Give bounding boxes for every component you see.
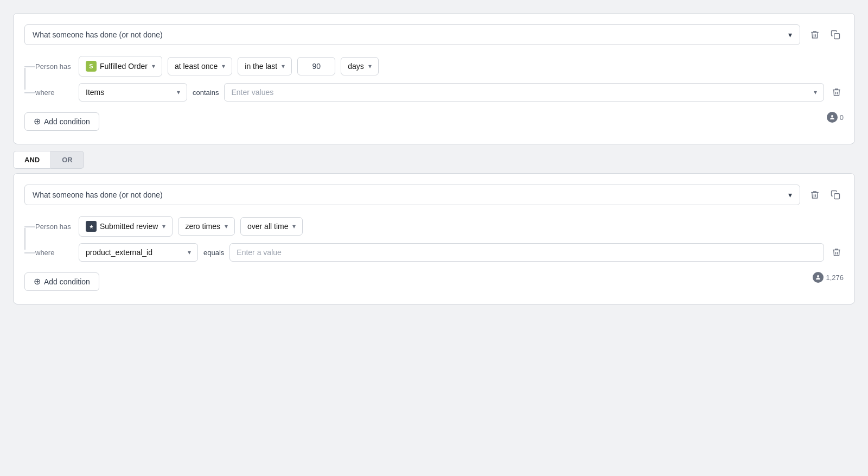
block-2-count-label: 1,276 [826,274,844,282]
block-2-frequency-chevron: ▾ [225,223,228,230]
or-button[interactable]: OR [51,151,84,169]
block-1-values-dropdown[interactable]: Enter values ▾ [224,83,824,101]
block-2-frequency-dropdown[interactable]: zero times ▾ [178,217,235,236]
block-1-where-row: where Items ▾ contains Enter values ▾ [35,83,844,101]
block-1-event-type-chevron [788,30,792,39]
block-1-event-label: Fulfilled Order [100,62,148,71]
block-2-timeframe-dropdown[interactable]: over all time ▾ [240,217,303,236]
block-2-where-field-dropdown[interactable]: product_external_id ▾ [79,243,198,262]
shopify-icon: S [86,61,97,72]
block-1-header: What someone has done (or not done) [24,24,844,45]
block-1-user-icon [827,112,838,123]
block-2-value-input[interactable] [229,243,824,262]
block-2-where-delete-button[interactable] [829,245,844,259]
block-2-event-type-dropdown[interactable]: What someone has done (or not done) [24,185,800,205]
block-1-where-field-label: Items [86,88,104,97]
svg-rect-2 [834,194,840,199]
block-2-timeframe-label: over all time [247,222,288,231]
svg-point-1 [831,115,833,117]
block-2-copy-button[interactable] [827,187,844,203]
block-2-event-dropdown[interactable]: ★ Submitted review ▾ [79,216,173,237]
review-icon: ★ [86,221,97,232]
svg-point-3 [817,275,819,277]
block-1-operator-label: contains [193,88,219,97]
review-badge: ★ Submitted review [86,221,158,232]
block-1-actions [807,27,844,43]
block-1-copy-button[interactable] [827,27,844,43]
block-1-add-condition-label: Add condition [44,117,90,126]
block-2-event-chevron: ▾ [162,223,165,230]
block-2-event-label: Submitted review [100,222,158,231]
block-2-frequency-label: zero times [185,222,220,231]
block-1-where-label: where [35,88,73,97]
block-1-where-field-chevron: ▾ [177,88,180,96]
block-1-timeframe-label: in the last [245,62,277,71]
logic-operator-group: AND OR [13,151,855,169]
block-2-delete-button[interactable] [807,187,823,203]
block-1-frequency-label: at least once [175,62,218,71]
block-1-timeframe-chevron: ▾ [282,62,285,70]
svg-rect-0 [834,34,840,39]
block-2-event-type-chevron [788,191,792,199]
block-1-frequency-dropdown[interactable]: at least once ▾ [168,57,232,75]
block-2-where-label: where [35,249,73,257]
block-2-timeframe-chevron: ▾ [292,223,296,230]
block-2-actions [807,187,844,203]
condition-block-2: What someone has done (or not done) [13,173,855,304]
block-1-add-icon: ⊕ [34,117,41,126]
block-2-count-badge: 1,276 [813,272,844,283]
and-button[interactable]: AND [13,151,51,169]
block-1-event-chevron: ▾ [152,62,155,70]
block-2-footer: ⊕ Add condition 1,276 [24,264,844,291]
block-1-event-type-label: What someone has done (or not done) [33,30,163,39]
block-1-add-condition-button[interactable]: ⊕ Add condition [24,112,99,131]
block-2-header-left: What someone has done (or not done) [24,185,800,205]
block-2-conditions-tree: Person has ★ Submitted review ▾ zero tim… [24,216,844,262]
block-1-where-field-dropdown[interactable]: Items ▾ [79,83,187,101]
block-1-days-unit-dropdown[interactable]: days ▾ [341,57,379,75]
block-2-add-condition-button[interactable]: ⊕ Add condition [24,272,99,291]
block-1-days-input[interactable] [297,57,335,75]
block-2-where-row: where product_external_id ▾ equals [35,243,844,262]
block-1-timeframe-dropdown[interactable]: in the last ▾ [238,57,292,75]
block-1-footer: ⊕ Add condition 0 [24,104,844,131]
block-2-where-field-chevron: ▾ [188,249,191,256]
block-1-conditions-tree: Person has S Fulfilled Order ▾ at least … [24,56,844,101]
block-2-person-has-label: Person has [35,223,73,231]
block-1-days-unit-label: days [348,62,364,71]
block-1-person-has-row: Person has S Fulfilled Order ▾ at least … [35,56,844,77]
block-2-event-type-label: What someone has done (or not done) [33,191,163,199]
condition-block-1: What someone has done (or not done) [13,13,855,144]
block-1-person-has-label: Person has [35,62,73,71]
block-1-frequency-chevron: ▾ [222,62,225,70]
block-2-person-has-row: Person has ★ Submitted review ▾ zero tim… [35,216,844,237]
shopify-badge: S Fulfilled Order [86,61,148,72]
block-1-count-label: 0 [840,113,844,122]
block-2-operator-label: equals [203,249,224,257]
block-2-header: What someone has done (or not done) [24,185,844,205]
block-2-user-icon [813,272,824,283]
block-2-add-icon: ⊕ [34,277,41,286]
block-1-count-badge: 0 [827,112,844,123]
block-1-header-left: What someone has done (or not done) [24,24,800,45]
block-2-where-field-label: product_external_id [86,248,152,257]
block-1-values-chevron: ▾ [814,88,817,96]
block-1-days-unit-chevron: ▾ [368,62,372,70]
block-1-delete-button[interactable] [807,27,823,43]
block-1-event-dropdown[interactable]: S Fulfilled Order ▾ [79,56,162,77]
block-1-values-placeholder: Enter values [231,88,273,97]
block-1-event-type-dropdown[interactable]: What someone has done (or not done) [24,24,800,45]
block-1-where-delete-button[interactable] [829,85,844,99]
block-2-add-condition-label: Add condition [44,277,90,286]
